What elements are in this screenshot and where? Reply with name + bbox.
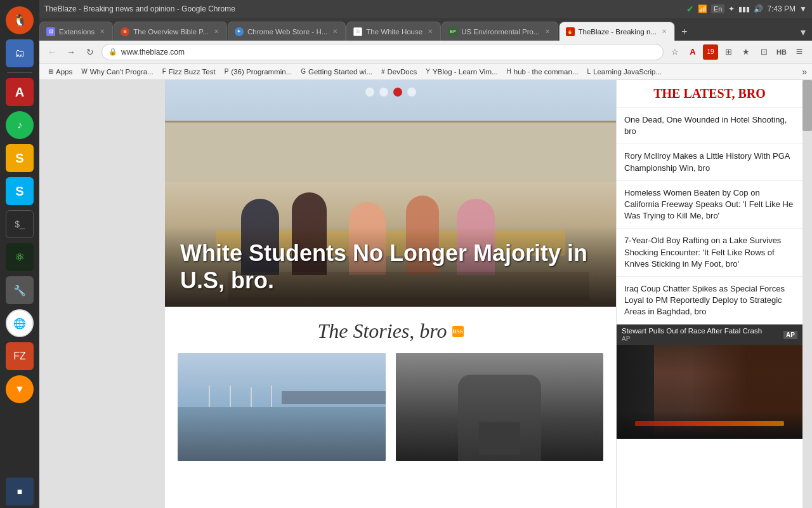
- tab-white-house[interactable]: 🏛 The White House ✕: [346, 22, 441, 41]
- hero-dot-2[interactable]: [379, 88, 388, 97]
- story-cards: [178, 353, 603, 461]
- bookmark-yblog[interactable]: Y YBlog - Learn Vim...: [422, 67, 501, 77]
- latest-item-4[interactable]: 7-Year-Old Boy Rafting on a Lake Survive…: [617, 229, 802, 277]
- atom-icon[interactable]: ⚛: [6, 243, 34, 271]
- bookmark-yblog-label: YBlog - Learn Vim...: [433, 68, 498, 76]
- new-tab-button[interactable]: +: [676, 23, 693, 41]
- tab-epa[interactable]: EP US Environmental Pro... ✕: [442, 22, 558, 41]
- ext-sq-icon[interactable]: ⊡: [756, 44, 771, 60]
- files-icon[interactable]: 🗂: [6, 39, 34, 67]
- scroll-tabs-right[interactable]: ▾: [794, 23, 812, 41]
- bookmark-getting-started[interactable]: G Getting Started wi...: [297, 67, 376, 77]
- tab-overview-bible[interactable]: B The Overview Bible P... ✕: [114, 22, 227, 41]
- bookmark-getting-started-favicon: G: [301, 68, 306, 75]
- tab-chrome-store[interactable]: ✦ Chrome Web Store - H... ✕: [228, 22, 346, 41]
- bookmark-why-cant-label: Why Can't Progra...: [90, 68, 154, 76]
- tab-label-bible: The Overview Bible P...: [133, 28, 209, 36]
- tab-close-epa[interactable]: ✕: [544, 27, 551, 36]
- menu-icon[interactable]: ≡: [792, 44, 807, 60]
- content-area: White Students No Longer Majority in U.S…: [39, 80, 812, 508]
- address-bar[interactable]: 🔒 www.theblaze.com: [102, 44, 664, 60]
- latest-item-2[interactable]: Rory McIlroy Makes a Little History With…: [617, 144, 802, 180]
- video-source: AP: [622, 335, 630, 342]
- bookmark-yblog-favicon: Y: [426, 68, 430, 75]
- nav-extension-icons: ☆ A 19 ⊞ ★ ⊡ HB ≡: [667, 44, 807, 60]
- bookmark-js-favicon: L: [587, 68, 591, 75]
- tab-close-bible[interactable]: ✕: [213, 27, 220, 36]
- tab-label-extensions: Extensions: [59, 28, 95, 36]
- tab-label-epa: US Environmental Pro...: [461, 28, 539, 36]
- hero-overlay: White Students No Longer Majority in U.S…: [165, 227, 616, 307]
- tab-label-theblaze: TheBlaze - Breaking n...: [579, 28, 657, 36]
- bookmarks-bar: ⊞ Apps W Why Can't Progra... F Fizz Buzz…: [39, 64, 812, 80]
- tab-close-extensions[interactable]: ✕: [98, 27, 106, 36]
- star-icon[interactable]: ☆: [667, 44, 683, 60]
- stories-section: The Stories, bro RSS: [165, 307, 616, 508]
- bookmarks-overflow-button[interactable]: »: [802, 67, 807, 77]
- wifi-icon: 📶: [698, 4, 707, 13]
- ext-hb-icon[interactable]: HB: [774, 44, 789, 60]
- latest-item-3[interactable]: Homeless Women Beaten by Cop on Californ…: [617, 181, 802, 229]
- hero-title: White Students No Longer Majority in U.S…: [180, 239, 601, 294]
- bookmark-apps-label: Apps: [56, 68, 72, 76]
- bookmark-js[interactable]: L Learning JavaScrip...: [583, 67, 665, 77]
- bookmark-devdocs-label: DevDocs: [388, 68, 417, 76]
- tab-theblaze[interactable]: 🔥 TheBlaze - Breaking n... ✕: [559, 22, 675, 41]
- terminal-icon[interactable]: $_: [6, 210, 34, 238]
- latest-item-5[interactable]: Iraq Coup Chatter Spikes as Special Forc…: [617, 277, 802, 325]
- tab-favicon-theblaze: 🔥: [566, 27, 575, 36]
- reload-button[interactable]: ↻: [82, 44, 98, 60]
- slides-icon[interactable]: S: [6, 144, 34, 172]
- ext-a-icon[interactable]: A: [685, 44, 700, 60]
- ext-star2-icon[interactable]: ★: [738, 44, 754, 60]
- video-thumbnail[interactable]: ▶: [617, 345, 802, 439]
- tab-close-chrome-store[interactable]: ✕: [331, 27, 339, 36]
- hero-dots: [365, 88, 416, 97]
- stories-title-text: The Stories, bro: [317, 319, 447, 343]
- ext-badge-icon[interactable]: 19: [703, 44, 718, 60]
- main-page: White Students No Longer Majority in U.S…: [165, 80, 616, 508]
- bookmark-js-label: Learning JavaScrip...: [593, 68, 662, 76]
- workspace-icon[interactable]: ■: [6, 478, 34, 505]
- forward-button[interactable]: →: [63, 44, 79, 60]
- nav-bar: ← → ↻ 🔒 www.theblaze.com ☆ A 19 ⊞ ★ ⊡ HB…: [39, 41, 812, 64]
- tab-close-theblaze[interactable]: ✕: [660, 27, 668, 36]
- bookmark-fizzbuzz[interactable]: F Fizz Buzz Test: [159, 67, 219, 77]
- ap-badge: AP: [783, 331, 797, 339]
- video-header: Stewart Pulls Out of Race After Fatal Cr…: [617, 324, 802, 345]
- scrollbar-thumb[interactable]: [802, 80, 812, 131]
- tab-close-white-house[interactable]: ✕: [426, 27, 434, 36]
- address-lock-icon: 🔒: [108, 48, 117, 56]
- hero-dot-1[interactable]: [365, 88, 374, 97]
- system-menu-icon[interactable]: ▼: [799, 4, 807, 13]
- title-text: TheBlaze - Breaking news and opinion - G…: [44, 4, 235, 13]
- checkmark-icon: ✔: [686, 4, 694, 14]
- bookmark-apps[interactable]: ⊞ Apps: [44, 67, 76, 77]
- font-icon[interactable]: A: [6, 78, 34, 106]
- filezilla-icon[interactable]: FZ: [6, 342, 34, 370]
- volume-icon: 🔊: [754, 4, 763, 13]
- ubuntu-icon[interactable]: 🐧: [6, 6, 34, 34]
- main-scrollbar[interactable]: [802, 80, 812, 508]
- chrome-icon[interactable]: 🌐: [6, 309, 34, 337]
- story-card-sailboats[interactable]: [178, 353, 386, 461]
- bookmark-getting-started-label: Getting Started wi...: [308, 68, 372, 76]
- bookmark-why-cant[interactable]: W Why Can't Progra...: [77, 67, 157, 77]
- latest-item-1[interactable]: One Dead, One Wounded in Hotel Shooting,…: [617, 108, 802, 144]
- hero-dot-4[interactable]: [407, 88, 416, 97]
- tab-favicon-epa: EP: [449, 27, 457, 36]
- skype-icon[interactable]: S: [6, 177, 34, 205]
- settings-icon[interactable]: 🔧: [6, 276, 34, 304]
- spotify-icon[interactable]: ♪: [6, 111, 34, 139]
- tab-extensions[interactable]: ⚙ Extensions ✕: [39, 22, 113, 41]
- story-card-jfk[interactable]: [396, 353, 604, 461]
- left-margin: [39, 80, 165, 508]
- back-button[interactable]: ←: [44, 44, 60, 60]
- bookmark-hub[interactable]: H hub · the comman...: [503, 67, 582, 77]
- bookmark-programming[interactable]: P (36) Programmin...: [221, 67, 296, 77]
- bookmark-devdocs[interactable]: # DevDocs: [377, 67, 421, 77]
- vlc-icon[interactable]: ▼: [6, 375, 34, 403]
- hero-dot-3[interactable]: [393, 88, 402, 97]
- rss-icon[interactable]: RSS: [452, 326, 464, 337]
- ext-grid-icon[interactable]: ⊞: [721, 44, 736, 60]
